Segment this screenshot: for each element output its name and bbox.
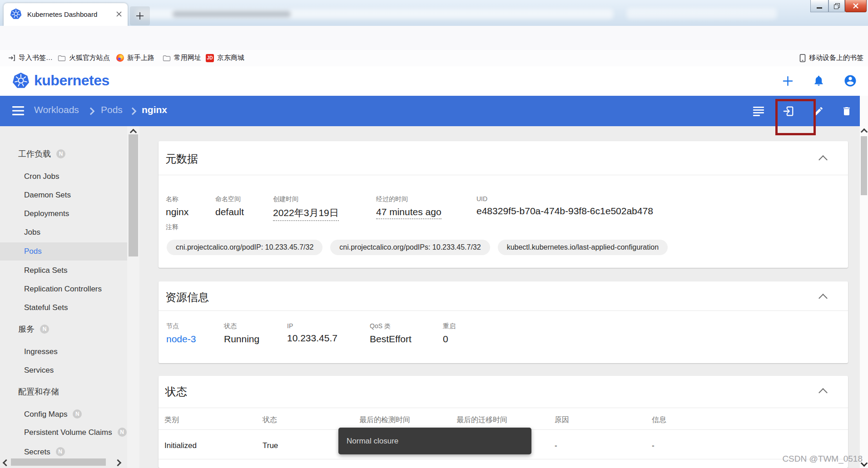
sidebar-item-secrets[interactable]: SecretsN: [24, 444, 65, 460]
new-badge: N: [40, 325, 49, 334]
collapse-chevron-icon[interactable]: [818, 155, 828, 164]
breadcrumb-pods[interactable]: Pods: [101, 104, 123, 115]
field-status: 状态 Running: [224, 322, 259, 345]
annotation-chip: cni.projectcalico.org/podIP: 10.233.45.7…: [167, 240, 322, 255]
hamburger-menu-icon[interactable]: [12, 106, 24, 115]
resource-card: 资源信息 节点 node-3 状态 Running IP 10.233.45.7…: [159, 281, 848, 363]
page-scrollbar[interactable]: [860, 96, 868, 468]
window-titlebar: Kubernetes Dashboard: [0, 0, 868, 26]
collapse-chevron-icon[interactable]: [818, 294, 828, 303]
sidebar-item-deployments[interactable]: Deployments: [24, 206, 69, 222]
window-minimize-button[interactable]: [810, 0, 828, 12]
sidebar-item-cron-jobs[interactable]: Cron Jobs: [24, 169, 59, 184]
sidebar-item-replica-sets[interactable]: Replica Sets: [24, 263, 67, 278]
new-badge: N: [73, 409, 82, 419]
field-age: 经过的时间 47 minutes ago: [376, 195, 441, 219]
cell-type: Initialized: [164, 441, 197, 450]
column-header-reason: 原因: [555, 415, 569, 425]
bookmark-mobile-bookmarks[interactable]: 移动设备上的书签: [799, 50, 863, 66]
user-avatar[interactable]: [843, 74, 857, 88]
node-link[interactable]: node-3: [166, 334, 196, 345]
sidebar-item-stateful-sets[interactable]: Stateful Sets: [24, 300, 68, 315]
delete-trash-icon[interactable]: [841, 106, 852, 117]
chevron-right-icon: [87, 108, 95, 115]
annotation-chip-link[interactable]: kubectl.kubernetes.io/last-applied-confi…: [498, 240, 668, 255]
tab-title: Kubernetes Dashboard: [27, 10, 97, 18]
firefox-icon: [116, 54, 124, 62]
divider: [159, 408, 848, 408]
cell-status: True: [263, 441, 278, 450]
kubernetes-logo: [12, 72, 30, 89]
app-header: kubernetes default: [0, 66, 868, 96]
add-resource-icon[interactable]: [782, 75, 794, 87]
sidebar-item-persistent-volume-claims[interactable]: Persistent Volume ClaimsN: [24, 425, 127, 440]
sidebar-section-services: 服务N: [18, 321, 49, 337]
card-title: 资源信息: [165, 290, 209, 305]
jd-icon: JD: [206, 54, 214, 62]
tab-close-icon[interactable]: [115, 10, 123, 18]
sidebar-section-config-storage: 配置和存储: [18, 384, 59, 399]
divider: [159, 175, 848, 175]
sidebar-item-daemon-sets[interactable]: Daemon Sets: [24, 187, 71, 203]
breadcrumb-workloads[interactable]: Workloads: [34, 104, 79, 115]
divider: [159, 310, 848, 311]
annotations-label: 注释: [166, 223, 179, 232]
field-name: 名称 nginx: [166, 195, 188, 217]
sidebar-section-workloads: 工作负载N: [18, 146, 65, 162]
toolbar: Workloads Pods nginx: [0, 96, 860, 126]
field-ip: IP 10.233.45.7: [287, 322, 337, 344]
card-title: 元数据: [165, 152, 198, 166]
folder-icon: [163, 54, 171, 62]
scrollbar-thumb[interactable]: [861, 136, 867, 195]
cell-message: -: [652, 441, 655, 450]
bookmark-jd[interactable]: JD 京东商城: [206, 50, 244, 66]
column-header-message: 信息: [652, 415, 666, 425]
close-icon: [853, 3, 859, 9]
breadcrumb-current: nginx: [142, 104, 167, 115]
field-created: 创建时间 2022年3月19日: [273, 195, 339, 221]
field-restarts: 重启 0: [443, 322, 456, 345]
sidebar-item-jobs[interactable]: Jobs: [24, 225, 40, 240]
annotations-row: cni.projectcalico.org/podIP: 10.233.45.7…: [167, 240, 668, 255]
sidebar-item-services[interactable]: Services: [24, 363, 54, 378]
annotation-chip: cni.projectcalico.org/podIPs: 10.233.45.…: [330, 240, 490, 255]
new-badge: N: [56, 149, 65, 158]
logs-icon[interactable]: [753, 106, 765, 117]
bookmark-folder-common-sites[interactable]: 常用网址: [163, 50, 201, 66]
divider: [159, 459, 848, 459]
bookmark-import[interactable]: 导入书签…: [8, 50, 53, 66]
column-header-type: 类别: [164, 415, 179, 425]
sidebar-selected-highlight: [0, 242, 127, 261]
chevron-right-icon: [129, 108, 137, 115]
bookmark-folder-firefox-official[interactable]: 火狐官方站点: [58, 50, 110, 66]
window-restore-button[interactable]: [828, 0, 845, 12]
sidebar-scrollbar[interactable]: [127, 126, 139, 468]
scrollbar-thumb[interactable]: [129, 134, 138, 256]
new-badge: N: [56, 447, 65, 456]
folder-icon: [58, 54, 66, 62]
sidebar-item-replication-controllers[interactable]: Replication Controllers: [24, 281, 102, 297]
collapse-chevron-icon[interactable]: [818, 388, 828, 397]
titlebar-background-blur: [173, 11, 291, 17]
browser-navbar: https:// 192.168.18.131 :30000/#/pod/def…: [0, 26, 868, 50]
browser-tab[interactable]: Kubernetes Dashboard: [4, 3, 128, 26]
bookmark-getting-started[interactable]: 新手上路: [116, 50, 154, 66]
restore-icon: [834, 3, 839, 9]
new-tab-button[interactable]: [130, 6, 150, 25]
sidebar-item-ingresses[interactable]: Ingresses: [24, 344, 58, 360]
metadata-card: 元数据 名称 nginx 命名空间 default 创建时间 2022年3月19…: [159, 141, 848, 268]
tooltip-text: Normal closure: [347, 437, 398, 446]
tooltip: Normal closure: [338, 428, 531, 454]
brand-wordmark[interactable]: kubernetes: [34, 72, 109, 89]
sidebar-item-config-maps[interactable]: Config MapsN: [24, 407, 82, 422]
sidebar-item-pods[interactable]: Pods: [24, 244, 42, 259]
notifications-bell-icon[interactable]: [813, 74, 825, 87]
window-close-button[interactable]: [845, 0, 867, 12]
horizontal-scrollbar-thumb[interactable]: [11, 458, 106, 466]
screen: Kubernetes Dashboard: [0, 0, 868, 468]
column-header-last-probe: 最后的检测时间: [359, 415, 410, 425]
field-qos: QoS 类 BestEffort: [370, 322, 412, 345]
watermark: CSDN @TWM_0518: [782, 454, 863, 464]
bookmarks-bar: 导入书签… 火狐官方站点 新手上路 常用网址 JD 京东商城 移动设备上的书签: [0, 50, 868, 67]
scroll-up-icon[interactable]: [861, 128, 868, 136]
